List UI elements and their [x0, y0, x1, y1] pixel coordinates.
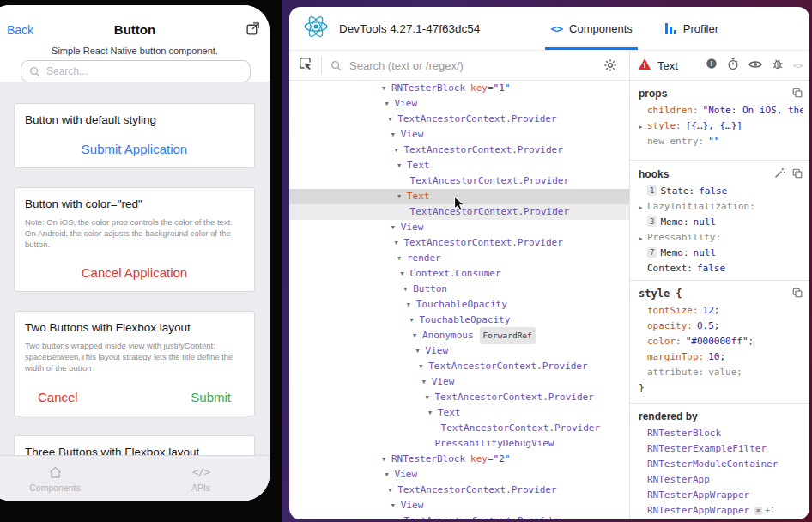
tab-profiler[interactable]: Profiler [665, 7, 718, 50]
tree-row[interactable]: ▼TouchableOpacity [289, 313, 629, 328]
tree-row[interactable]: ▼View [289, 96, 629, 112]
inspect-element-icon[interactable] [299, 57, 312, 74]
tree-row[interactable]: ▼RNTesterBlockkey="2" [289, 452, 629, 467]
rendered-by-item[interactable]: RNTesterBlock [639, 426, 803, 441]
tree-row[interactable]: TextAncestorContext.Provider [289, 173, 629, 189]
tree-row[interactable]: TextAncestorContext.Provider [289, 421, 629, 436]
view-source-icon[interactable]: <> [793, 60, 803, 71]
settings-gear-icon[interactable] [603, 58, 617, 72]
devtools-search-input[interactable] [348, 58, 603, 73]
tabbar-item-components[interactable]: Components [21, 456, 89, 501]
tree-row[interactable]: ▼View [289, 498, 629, 513]
style-value[interactable]: value; [708, 367, 742, 378]
expand-arrow-icon[interactable]: ▼ [413, 328, 422, 343]
expand-arrow-icon[interactable]: ▼ [382, 81, 391, 96]
hook-value[interactable]: null [694, 216, 717, 228]
hook-value[interactable]: false [699, 185, 727, 197]
tree-row[interactable]: ▼TextAncestorContext.Provider [289, 513, 629, 519]
expand-arrow-icon[interactable]: ▼ [428, 405, 438, 421]
tree-row[interactable]: ▼TextAncestorContext.Provider [289, 112, 629, 127]
expand-arrow-icon[interactable]: ▼ [394, 235, 403, 251]
expand-arrow-icon[interactable]: ▼ [397, 251, 407, 266]
hook-value[interactable]: null [694, 247, 717, 258]
expand-arrow-icon[interactable]: ▼ [409, 313, 419, 328]
style-key: attribute: [647, 367, 704, 378]
rendered-by-item[interactable]: RNTesterModuleContainer [639, 457, 803, 472]
error-icon[interactable]: ! [706, 58, 718, 73]
tree-row[interactable]: ▼TextAncestorContext.Provider [289, 235, 629, 251]
expand-arrow-icon[interactable]: ▶ [639, 119, 647, 134]
rendered-by-item[interactable]: RNTesterAppWrapper [639, 488, 803, 503]
expand-arrow-icon[interactable]: ▼ [397, 158, 407, 173]
tree-row[interactable]: ▼RNTesterBlockkey="1" [289, 81, 629, 96]
tabbar-item-apis[interactable]: </> APIs [167, 456, 235, 501]
expand-arrow-icon[interactable]: ▼ [394, 143, 403, 158]
inspect-dom-eye-icon[interactable] [748, 58, 762, 73]
copy-icon[interactable] [792, 88, 803, 100]
style-value[interactable]: 10; [708, 351, 725, 362]
expand-arrow-icon[interactable]: ▼ [391, 220, 401, 235]
copy-icon[interactable] [792, 168, 803, 180]
expand-arrow-icon[interactable]: ▼ [388, 483, 397, 498]
expand-arrow-icon[interactable]: ▼ [391, 127, 401, 143]
expand-arrow-icon[interactable]: ▼ [403, 282, 413, 297]
rendered-by-item[interactable]: render() [639, 519, 803, 519]
tree-row[interactable]: ▼render [289, 251, 629, 266]
parse-hooks-wand-icon[interactable] [774, 167, 785, 180]
phone-search-box[interactable] [21, 60, 251, 82]
phone-search-input[interactable] [45, 64, 220, 78]
style-value[interactable]: 0.5; [697, 320, 720, 331]
back-button[interactable]: Back [7, 23, 33, 37]
expand-arrow-icon[interactable]: ▶ [639, 200, 647, 215]
expand-arrow-icon[interactable]: ▼ [388, 112, 397, 127]
rendered-by-item[interactable]: RNTesterApp [639, 472, 803, 488]
expand-arrow-icon[interactable]: ▼ [391, 498, 401, 513]
copy-icon[interactable] [792, 288, 803, 300]
tree-row[interactable]: ▼Text [289, 405, 629, 421]
devtools-search[interactable] [330, 58, 603, 73]
tree-row[interactable]: ▼AnonymousForwardRef [289, 328, 629, 343]
tree-row[interactable]: PressabilityDebugView [289, 436, 629, 452]
tree-row[interactable]: ▼View [289, 374, 629, 390]
tab-components[interactable]: <> Components [550, 7, 632, 50]
open-external-icon[interactable] [245, 21, 260, 36]
expand-arrow-icon[interactable]: ▼ [422, 374, 432, 390]
tree-row[interactable]: ▼Button [289, 282, 629, 297]
expand-arrow-icon[interactable]: ▼ [425, 390, 434, 405]
tree-row[interactable]: ▼View [289, 467, 629, 483]
tree-row[interactable]: ▼Context.Consumer [289, 266, 629, 282]
expand-arrow-icon[interactable]: ▼ [385, 467, 395, 483]
suspense-stopwatch-icon[interactable] [727, 58, 739, 74]
expand-arrow-icon[interactable]: ▼ [416, 343, 426, 359]
rendered-by-item[interactable]: RNTesterAppWrapper≡+1 [639, 503, 803, 519]
expand-arrow-icon[interactable]: ▶ [639, 231, 647, 246]
prop-value[interactable]: "Note: On iOS, the [703, 105, 803, 116]
tree-row[interactable]: ▼View [289, 220, 629, 235]
phone-button[interactable]: Submit [191, 390, 231, 404]
phone-button[interactable]: Submit Application [82, 142, 187, 156]
tree-row[interactable]: ▼TouchableOpacity [289, 297, 629, 313]
prop-value[interactable]: "" [708, 136, 719, 147]
tree-row[interactable]: ▼View [289, 343, 629, 359]
expand-arrow-icon[interactable]: ▼ [401, 266, 410, 282]
expand-arrow-icon[interactable]: ▼ [385, 96, 395, 112]
tree-row[interactable]: ▼TextAncestorContext.Provider [289, 143, 629, 158]
tree-row[interactable]: ▼TextAncestorContext.Provider [289, 390, 629, 405]
style-value[interactable]: 12; [703, 305, 720, 316]
phone-button[interactable]: Cancel Application [82, 265, 187, 280]
prop-value[interactable]: [{…}, {…}] [686, 120, 742, 131]
phone-button[interactable]: Cancel [38, 390, 78, 404]
hook-value[interactable]: false [697, 263, 725, 274]
expand-arrow-icon[interactable]: ▼ [407, 297, 416, 313]
tree-row[interactable]: ▼Text [289, 158, 629, 173]
style-value[interactable]: "#000000ff"; [686, 336, 754, 347]
tree-row[interactable]: ▼TextAncestorContext.Provider [289, 483, 629, 498]
expand-arrow-icon[interactable]: ▼ [382, 452, 391, 467]
tree-row[interactable]: ▼TextAncestorContext.Provider [289, 359, 629, 374]
expand-arrow-icon[interactable]: ▼ [397, 189, 407, 204]
rendered-by-item[interactable]: RNTesterExampleFilter [639, 441, 803, 457]
expand-arrow-icon[interactable]: ▼ [394, 513, 403, 519]
debug-bug-icon[interactable] [772, 58, 784, 74]
tree-row[interactable]: ▼View [289, 127, 629, 143]
expand-arrow-icon[interactable]: ▼ [419, 359, 428, 374]
